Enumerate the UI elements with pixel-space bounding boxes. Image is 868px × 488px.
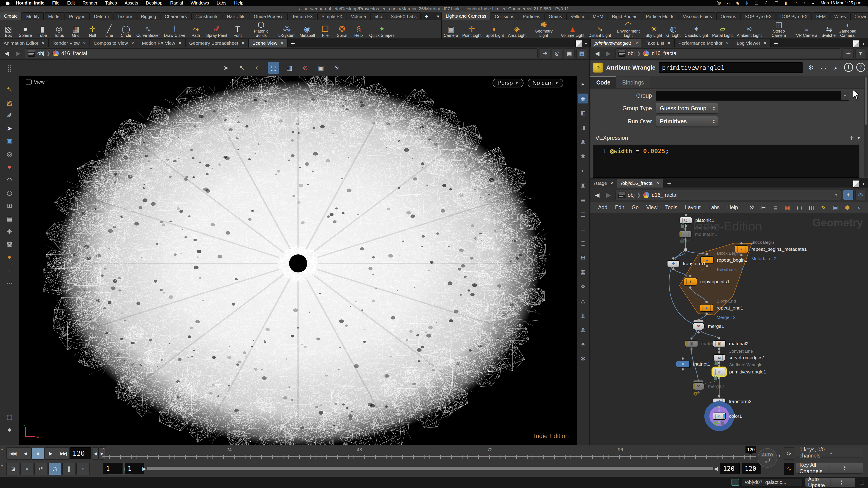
input-port[interactable]	[718, 351, 720, 353]
pane-tab-log-viewer[interactable]: Log Viewer✕	[733, 39, 771, 47]
shelf-tool-grid[interactable]: ▦Grid	[67, 20, 84, 39]
menu-item-windows[interactable]: Windows	[191, 0, 209, 6]
network-tab-stage[interactable]: /stage✕	[590, 179, 617, 188]
textures-icon[interactable]: ▤	[578, 195, 588, 205]
stamp-tool-icon[interactable]: ▤	[3, 213, 16, 224]
shelf-tool-camera[interactable]: ▣Camera	[442, 20, 460, 39]
shelf-tool-box[interactable]: ▧Box	[0, 20, 17, 39]
pane-menu-icon[interactable]: ▼	[862, 42, 865, 46]
snap-grid-icon[interactable]: ▦	[283, 62, 295, 74]
node-color1[interactable]: ✑color1◔	[713, 413, 725, 419]
shelf-tab-sidefx-labs[interactable]: SideFX Labs	[387, 12, 421, 20]
input-port[interactable]	[706, 253, 708, 255]
key-all-channels-dropdown[interactable]: Key All Channels ▲▼	[796, 463, 863, 474]
menu-item-render[interactable]: Render	[83, 0, 97, 6]
shelf-tool-font[interactable]: TFont	[229, 20, 246, 39]
output-port[interactable]	[672, 268, 675, 270]
forward-button[interactable]: ▶	[604, 192, 613, 199]
menu-item-edit[interactable]: Edit	[67, 0, 75, 6]
output-port[interactable]	[682, 368, 684, 370]
pane-tab-render-view[interactable]: Render View✕	[49, 39, 90, 47]
field-guide-icon[interactable]: ▥	[578, 311, 588, 320]
shelf-tool-torus[interactable]: ◎Torus	[51, 20, 67, 39]
node-merge1[interactable]: ✖merge1	[692, 323, 704, 330]
back-button[interactable]: ◀	[2, 50, 11, 57]
node-name-field[interactable]: primitivewrangle1	[659, 62, 803, 73]
input-port[interactable]	[706, 301, 708, 303]
viewport-view-menu[interactable]: View	[26, 79, 44, 85]
scrollbar-thumb[interactable]	[865, 77, 867, 125]
input-port[interactable]	[740, 242, 743, 245]
go-to-end-button[interactable]: ▶▶|	[57, 447, 70, 459]
close-tab-icon[interactable]: ✕	[726, 41, 729, 46]
input-port[interactable]	[698, 319, 700, 321]
network-menu-view[interactable]: View	[646, 204, 657, 210]
paint-bucket-tool-icon[interactable]: ▨	[3, 97, 16, 108]
input-port[interactable]	[682, 357, 684, 360]
shelf-tool-spiral[interactable]: ❂Spiral	[334, 20, 350, 39]
input-port[interactable]	[689, 275, 691, 277]
realtime-toggle-icon[interactable]: ◷	[49, 463, 61, 475]
follow-selection-icon[interactable]: ◎	[552, 48, 562, 58]
background-image-icon[interactable]: ▣	[831, 203, 840, 212]
dots-menu-icon[interactable]: ∴	[727, 0, 730, 5]
wacom-menu-icon[interactable]: ⓦ	[717, 0, 721, 6]
new-network-tab-button[interactable]: +	[664, 180, 674, 188]
update-mode-dropdown[interactable]: Auto Update ▲▼	[805, 478, 855, 487]
shelf-tool-helix[interactable]: §Helix	[350, 20, 367, 39]
close-tab-icon[interactable]: ✕	[178, 41, 182, 46]
run-over-dropdown[interactable]: Primitives ▲▼	[656, 116, 718, 127]
stop-button[interactable]: ■	[32, 447, 44, 459]
output-port[interactable]	[706, 313, 708, 315]
path-menu-icon[interactable]: ▼	[834, 193, 838, 197]
range-subend-field[interactable]: 120	[742, 463, 761, 474]
camera-selector[interactable]: No cam▼	[528, 78, 563, 88]
pane-tab-take-list[interactable]: Take List✕	[642, 39, 675, 47]
path-root[interactable]: obj	[628, 51, 635, 57]
pane-menu-icon[interactable]: ▼	[584, 42, 588, 46]
network-path-field[interactable]: obj ❯ d16_fractal ▼	[615, 190, 841, 200]
node-info-icon[interactable]: i	[844, 63, 853, 72]
shelf-tab-volume[interactable]: Volume	[347, 12, 370, 20]
timeline-ruler[interactable]	[104, 455, 755, 459]
gnomon-icon[interactable]: ✥	[578, 282, 588, 291]
secure-selection-icon[interactable]: ↖	[236, 62, 248, 74]
smooth-shade-icon[interactable]: ◉	[578, 137, 588, 147]
node-merge2[interactable]: ✖merge2!	[692, 383, 704, 390]
path-node[interactable]: d16_fractal	[652, 192, 677, 198]
shelf-tab-mpm[interactable]: MPM	[589, 12, 608, 20]
playhead-marker[interactable]: 120	[745, 447, 756, 453]
display-options-icon[interactable]: ✱	[578, 354, 588, 364]
find-nodes-icon[interactable]: ⌕	[855, 203, 864, 212]
shelf-tool-spray-paint[interactable]: ✐Spray Paint	[204, 20, 229, 39]
frame-increment-icon[interactable]: ∥	[62, 463, 75, 475]
fill-tool-icon[interactable]: ▩	[3, 238, 16, 250]
shelf-tool-l-system[interactable]: ⁂L-System	[276, 20, 298, 39]
project-tool-icon[interactable]: ⊞	[3, 200, 16, 211]
sync-keys-icon[interactable]: ⟳	[784, 447, 794, 459]
render-region-icon[interactable]: ▣	[315, 62, 327, 74]
output-port[interactable]	[706, 265, 708, 267]
close-tab-icon[interactable]: ✕	[764, 41, 767, 46]
param-menu-icon[interactable]: ▾	[855, 48, 866, 58]
materials-icon[interactable]: ▣	[578, 180, 588, 190]
shelf-tab-create[interactable]: Create	[0, 12, 22, 20]
node-help-icon[interactable]: ?	[856, 63, 865, 72]
pin-params-icon[interactable]: ✦	[843, 190, 854, 200]
input-port[interactable]	[698, 379, 700, 381]
shelf-tab-particle-fluids[interactable]: Particle Fluids	[642, 12, 678, 20]
add-shelf-button[interactable]: +	[421, 13, 432, 20]
network-tools-icon[interactable]: ⚒	[747, 203, 756, 212]
view-snapshot-icon[interactable]: ◍	[578, 325, 588, 335]
forward-button[interactable]: ▶	[604, 50, 613, 57]
display-icon[interactable]: ▢	[754, 0, 758, 5]
shelf-tool-area-light[interactable]: ◈Area Light	[506, 20, 528, 39]
shading-mode-icon[interactable]: ◧	[578, 108, 588, 118]
anim-options-icon[interactable]: ◪	[6, 463, 20, 475]
playback-menu-icon[interactable]: ◉	[736, 0, 740, 5]
output-port[interactable]	[698, 391, 700, 394]
close-tab-icon[interactable]: ✕	[657, 181, 660, 186]
expand-arrow-icon[interactable]: ▸	[578, 79, 588, 89]
channel-scope-icon[interactable]: ∿	[784, 463, 794, 475]
shelf-tab-hair-utils[interactable]: Hair Utils	[223, 12, 249, 20]
